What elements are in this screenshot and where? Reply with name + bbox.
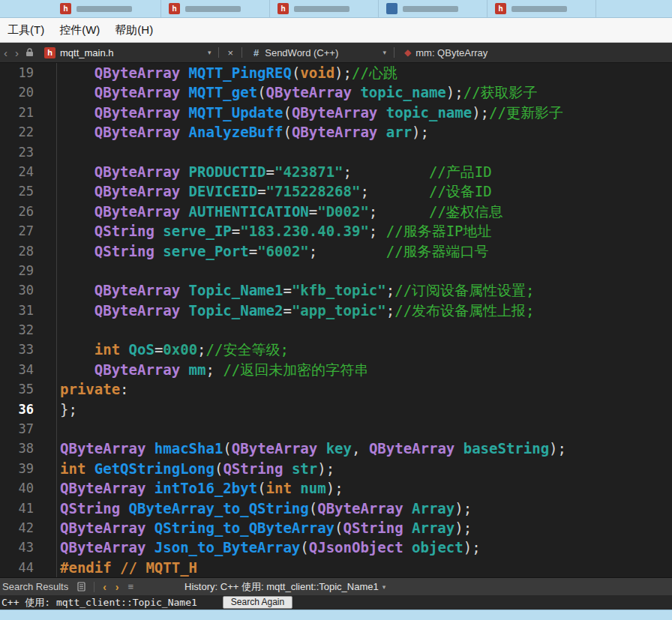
results-prev-icon[interactable]: ‹	[98, 581, 111, 593]
search-history-dropdown[interactable]: History: C++ 使用: mqtt_client::Topic_Name…	[184, 580, 379, 594]
code-line[interactable]: 28 QString serve_Port="6002"; //服务器端口号	[0, 241, 672, 261]
close-tab-icon[interactable]: ×	[223, 47, 238, 58]
line-number: 31	[0, 301, 45, 320]
menu-help[interactable]: 帮助(H)	[107, 18, 160, 42]
code-text: private:	[45, 379, 129, 399]
code-text: #endif // MQTT_H	[45, 558, 197, 577]
code-text: QByteArray hmacSha1(QByteArray key, QByt…	[45, 439, 566, 458]
file-tab[interactable]: h mqtt_main.h ▾ ×	[37, 47, 238, 58]
search-result-row: C++ 使用: mqtt_client::Topic_Name1 Search …	[0, 595, 672, 610]
code-line[interactable]: 19 QByteArray MQTT_PingREQ(void);//心跳	[0, 63, 672, 82]
results-list-icon[interactable]: ≡	[124, 581, 139, 592]
code-line[interactable]: 30 QByteArray Topic_Name1="kfb_topic";//…	[0, 280, 672, 300]
code-text: QByteArray Topic_Name1="kfb_topic";//订阅设…	[45, 280, 535, 300]
results-doc-icon[interactable]	[77, 582, 86, 592]
code-line[interactable]: 23	[0, 142, 672, 162]
code-text: QByteArray MQTT_PingREQ(void);//心跳	[45, 63, 398, 82]
line-number: 26	[0, 202, 45, 221]
line-number: 37	[0, 419, 45, 439]
code-line[interactable]: 43QByteArray Json_to_ByteArray(QJsonObje…	[0, 538, 672, 557]
truncated-tab-label	[185, 6, 241, 12]
code-line[interactable]: 32	[0, 320, 672, 340]
code-line[interactable]: 36};	[0, 400, 672, 419]
header-file-icon: h	[44, 47, 56, 58]
background-window-tab[interactable]: h	[161, 0, 270, 17]
member-indicator[interactable]: ◆ mm: QByteArray	[398, 47, 488, 58]
code-line[interactable]: 38QByteArray hmacSha1(QByteArray key, QB…	[0, 439, 672, 458]
code-line[interactable]: 26 QByteArray AUTHENTICATION="D002"; //鉴…	[0, 202, 672, 221]
code-text: QByteArray mm; //返回未加密的字符串	[45, 360, 368, 379]
code-line[interactable]: 39int GetQStringLong(QString str);	[0, 459, 672, 478]
line-number: 20	[0, 82, 45, 102]
code-line[interactable]: 34 QByteArray mm; //返回未加密的字符串	[0, 360, 672, 379]
code-text: QByteArray intTo16_2byt(int num);	[45, 478, 344, 498]
menu-bar: 工具(T) 控件(W) 帮助(H)	[0, 18, 672, 43]
code-line[interactable]: 33 int QoS=0x00;//安全等级;	[0, 340, 672, 359]
line-number: 41	[0, 499, 45, 518]
code-editor[interactable]: 19 QByteArray MQTT_PingREQ(void);//心跳20 …	[0, 62, 672, 577]
line-number: 22	[0, 122, 45, 142]
nav-back-icon[interactable]: ‹	[0, 46, 11, 59]
line-number: 43	[0, 538, 45, 557]
line-number: 35	[0, 379, 45, 399]
code-text: QString QByteArray_to_QString(QByteArray…	[45, 499, 472, 518]
code-line[interactable]: 24 QByteArray PRODUCTID="423871"; //产品ID	[0, 162, 672, 181]
line-number: 44	[0, 558, 45, 577]
line-number: 24	[0, 162, 45, 181]
code-line[interactable]: 21 QByteArray MQTT_Update(QByteArray top…	[0, 103, 672, 122]
code-text	[45, 320, 60, 340]
code-text: QByteArray MQTT_get(QByteArray topic_nam…	[45, 82, 538, 102]
background-window-tab[interactable]: h	[52, 0, 161, 17]
code-line[interactable]: 42QByteArray QString_to_QByteArray(QStri…	[0, 518, 672, 538]
symbol-dropdown-caret-icon[interactable]: ▾	[379, 49, 390, 56]
background-window-tab[interactable]: h	[488, 0, 596, 17]
file-icon	[386, 3, 398, 14]
background-window-tab[interactable]: h	[270, 0, 379, 17]
background-window-tab[interactable]	[379, 0, 488, 17]
code-text: QByteArray QString_to_QByteArray(QString…	[45, 518, 472, 538]
code-text: QByteArray MQTT_Update(QByteArray topic_…	[45, 103, 563, 122]
line-number: 33	[0, 340, 45, 359]
file-tab-label: mqtt_main.h	[60, 47, 114, 58]
code-text: QByteArray AUTHENTICATION="D002"; //鉴权信息	[45, 202, 503, 221]
truncated-tab-label	[403, 6, 458, 12]
line-number: 23	[0, 142, 45, 162]
history-caret-icon[interactable]: ▾	[379, 583, 390, 591]
search-again-button[interactable]: Search Again	[223, 596, 292, 609]
menu-tools[interactable]: 工具(T)	[0, 18, 52, 42]
code-line[interactable]: 25 QByteArray DEVICEID="715228268"; //设备…	[0, 181, 672, 201]
code-line[interactable]: 37	[0, 419, 672, 439]
line-number: 29	[0, 261, 45, 280]
line-number: 40	[0, 478, 45, 498]
code-line[interactable]: 44#endif // MQTT_H	[0, 558, 672, 577]
results-next-icon[interactable]: ›	[111, 581, 124, 593]
member-indicator-label: mm: QByteArray	[416, 47, 488, 58]
editor-toolbar: ‹ › h mqtt_main.h ▾ × # SendWord (C++) ▾…	[0, 43, 672, 62]
file-icon: h	[169, 3, 180, 14]
search-results-title: Search Results	[0, 581, 73, 592]
lock-icon[interactable]	[26, 48, 34, 57]
nav-forward-icon[interactable]: ›	[11, 46, 22, 59]
file-tab-dropdown-icon[interactable]: ▾	[204, 49, 215, 56]
symbol-dropdown[interactable]: # SendWord (C++) ▾	[246, 47, 390, 58]
code-text	[45, 261, 60, 280]
code-line[interactable]: 31 QByteArray Topic_Name2="app_topic";//…	[0, 301, 672, 320]
menu-controls[interactable]: 控件(W)	[52, 18, 107, 42]
code-line[interactable]: 22 QByteArray AnalyzeBuff(QByteArray arr…	[0, 122, 672, 142]
code-line[interactable]: 40QByteArray intTo16_2byt(int num);	[0, 478, 672, 498]
bottom-strip	[0, 610, 672, 620]
code-line[interactable]: 35private:	[0, 379, 672, 399]
code-line[interactable]: 27 QString serve_IP="183.230.40.39"; //服…	[0, 221, 672, 241]
code-line[interactable]: 41QString QByteArray_to_QString(QByteArr…	[0, 499, 672, 518]
file-icon: h	[495, 3, 506, 14]
search-result-text[interactable]: C++ 使用: mqtt_client::Topic_Name1	[0, 596, 197, 610]
code-line[interactable]: 29	[0, 261, 672, 280]
code-text	[45, 419, 60, 439]
app-window: hhhh 工具(T) 控件(W) 帮助(H) ‹ › h mqtt_main.h…	[0, 0, 672, 620]
truncated-tab-label	[294, 6, 350, 12]
code-text: int GetQStringLong(QString str);	[45, 459, 334, 478]
line-number: 34	[0, 360, 45, 379]
code-text: QByteArray Json_to_ByteArray(QJsonObject…	[45, 538, 481, 557]
code-line[interactable]: 20 QByteArray MQTT_get(QByteArray topic_…	[0, 82, 672, 102]
line-number: 19	[0, 63, 45, 82]
